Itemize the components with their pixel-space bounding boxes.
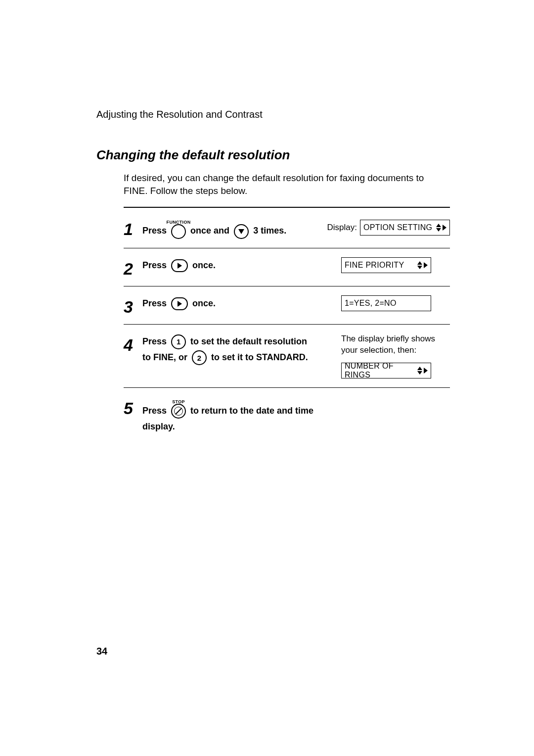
right-key-icon bbox=[171, 259, 188, 272]
press-label: Press bbox=[142, 406, 167, 416]
stop-glyph-icon bbox=[174, 407, 183, 416]
press-label: Press bbox=[142, 336, 167, 346]
step-number: 1 bbox=[124, 218, 142, 237]
text-3-times: 3 times. bbox=[253, 226, 286, 236]
running-header: Adjusting the Resolution and Contrast bbox=[96, 109, 450, 120]
press-label: Press bbox=[142, 226, 167, 236]
press-label: Press bbox=[142, 260, 167, 270]
down-wedge-icon bbox=[238, 229, 244, 234]
step-row: 4 Press 1 to set the default resolution … bbox=[124, 325, 450, 388]
step-instruction: Press once. bbox=[142, 257, 341, 277]
step-instruction: Press once and 3 times. bbox=[142, 217, 327, 238]
step-display-column: FINE PRIORITY bbox=[341, 257, 450, 277]
lcd-text: FINE PRIORITY bbox=[345, 261, 404, 270]
stop-key-icon bbox=[171, 404, 186, 419]
lcd-readout: OPTION SETTING bbox=[360, 220, 450, 236]
play-icon bbox=[178, 301, 182, 307]
step-instruction: Press to return to the date and time dis… bbox=[142, 397, 341, 435]
scroll-arrows-icon bbox=[417, 367, 428, 375]
play-icon bbox=[178, 263, 182, 269]
text-to-fine-or: to FINE, or bbox=[142, 352, 187, 362]
display-label: Display: bbox=[327, 223, 357, 233]
text-return-display: to return to the date and time display. bbox=[142, 406, 313, 431]
step-instruction: Press once. bbox=[142, 295, 341, 315]
lcd-readout: FINE PRIORITY bbox=[341, 257, 431, 273]
digit-2-key-icon: 2 bbox=[192, 350, 207, 365]
page-number: 34 bbox=[96, 646, 107, 657]
text-once: once. bbox=[192, 298, 216, 308]
text-once: once. bbox=[192, 260, 216, 270]
step-display-column: The display briefly shows your selection… bbox=[341, 333, 450, 378]
step-number: 4 bbox=[124, 333, 142, 378]
step-number: 2 bbox=[124, 257, 142, 277]
scroll-arrows-icon bbox=[417, 261, 428, 269]
text-once-and: once and bbox=[190, 226, 229, 236]
step-row: 5 Press to return to the date and time d… bbox=[124, 388, 450, 444]
step-row: 2 Press once. FINE PRIORITY bbox=[124, 248, 450, 286]
intro-paragraph: If desired, you can change the default r… bbox=[124, 172, 440, 197]
step-row: 1 Press once and 3 times. Display: OPTIO… bbox=[124, 208, 450, 248]
steps-table: 1 Press once and 3 times. Display: OPTIO… bbox=[124, 207, 450, 443]
step-row: 3 Press once. 1=YES, 2=NO bbox=[124, 286, 450, 325]
text-set-default: to set the default resolution bbox=[190, 336, 307, 346]
step-number: 3 bbox=[124, 295, 142, 315]
lcd-readout: 1=YES, 2=NO bbox=[341, 295, 431, 311]
step-display-column: Display: OPTION SETTING bbox=[327, 220, 450, 236]
digit-1-key-icon: 1 bbox=[171, 334, 186, 349]
manual-page: Adjusting the Resolution and Contrast Ch… bbox=[0, 0, 534, 756]
step-display-column bbox=[341, 397, 450, 435]
step-number: 5 bbox=[124, 397, 142, 435]
down-key-icon bbox=[234, 224, 249, 239]
step-instruction: Press 1 to set the default resolution to… bbox=[142, 333, 341, 378]
section-title: Changing the default resolution bbox=[96, 147, 450, 163]
right-key-icon bbox=[171, 297, 188, 310]
scroll-arrows-icon bbox=[436, 224, 446, 232]
lcd-text: 1=YES, 2=NO bbox=[345, 299, 397, 308]
display-brief-note: The display briefly shows your selection… bbox=[341, 333, 450, 356]
step-display-column: 1=YES, 2=NO bbox=[341, 295, 450, 315]
press-label: Press bbox=[142, 298, 167, 308]
lcd-readout: NUMBER OF RINGS bbox=[341, 363, 431, 378]
lcd-text: OPTION SETTING bbox=[363, 223, 432, 232]
function-key-icon bbox=[171, 224, 186, 239]
lcd-text: NUMBER OF RINGS bbox=[345, 362, 417, 379]
text-to-standard: to set it to STANDARD. bbox=[211, 352, 308, 362]
